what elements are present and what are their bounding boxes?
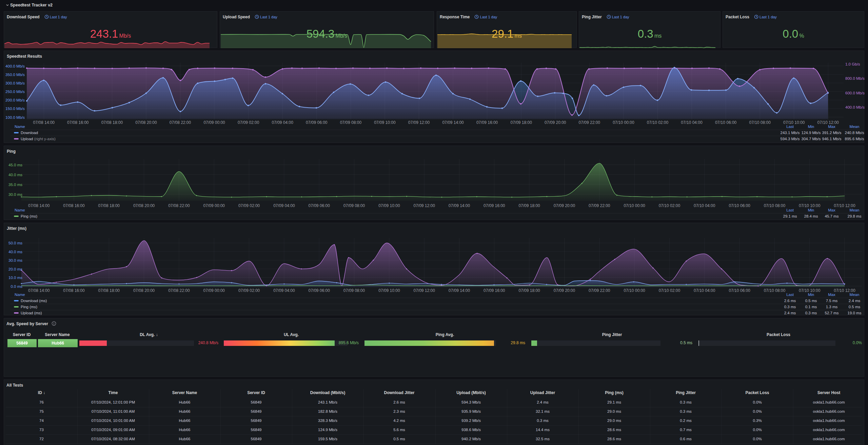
- svg-text:07/10 06:00: 07/10 06:00: [729, 288, 750, 293]
- svg-text:350.0 Mb/s: 350.0 Mb/s: [5, 73, 25, 77]
- svg-text:07/09 06:00: 07/09 06:00: [308, 288, 330, 293]
- svg-text:100.0 Mb/s: 100.0 Mb/s: [5, 115, 25, 119]
- svg-text:07/08 18:00: 07/08 18:00: [98, 203, 120, 208]
- svg-text:07/09 20:00: 07/09 20:00: [554, 288, 575, 293]
- svg-text:07/09 02:00: 07/09 02:00: [238, 203, 260, 208]
- svg-text:1.0 Gb/s: 1.0 Gb/s: [845, 62, 860, 66]
- svg-text:07/09 12:00: 07/09 12:00: [408, 120, 430, 125]
- svg-text:250.0 Mb/s: 250.0 Mb/s: [5, 90, 25, 94]
- svg-text:07/08 14:00: 07/08 14:00: [33, 120, 55, 125]
- svg-text:07/09 04:00: 07/09 04:00: [273, 288, 295, 293]
- svg-text:07/09 10:00: 07/09 10:00: [378, 203, 400, 208]
- svg-text:40.0 ms: 40.0 ms: [8, 250, 22, 254]
- svg-text:07/09 18:00: 07/09 18:00: [518, 203, 540, 208]
- svg-text:07/09 12:00: 07/09 12:00: [413, 203, 435, 208]
- svg-text:07/10 10:00: 07/10 10:00: [799, 203, 821, 208]
- svg-text:07/09 16:00: 07/09 16:00: [484, 203, 505, 208]
- svg-text:07/09 18:00: 07/09 18:00: [510, 120, 532, 125]
- svg-text:300.0 Mb/s: 300.0 Mb/s: [5, 81, 25, 85]
- svg-text:07/08 16:00: 07/08 16:00: [63, 203, 85, 208]
- svg-text:07/09 00:00: 07/09 00:00: [203, 203, 225, 208]
- svg-text:07/10 00:00: 07/10 00:00: [613, 120, 634, 125]
- svg-text:07/08 16:00: 07/08 16:00: [67, 120, 89, 125]
- svg-text:07/08 22:00: 07/08 22:00: [168, 288, 190, 293]
- svg-text:07/09 22:00: 07/09 22:00: [579, 120, 600, 125]
- svg-text:07/08 16:00: 07/08 16:00: [63, 288, 85, 293]
- svg-text:07/10 12:00: 07/10 12:00: [834, 203, 855, 208]
- svg-text:30.0 ms: 30.0 ms: [8, 258, 22, 262]
- svg-text:07/09 04:00: 07/09 04:00: [272, 120, 293, 125]
- svg-text:07/10 04:00: 07/10 04:00: [694, 288, 715, 293]
- svg-text:07/09 18:00: 07/09 18:00: [518, 288, 540, 293]
- svg-text:07/10 04:00: 07/10 04:00: [694, 203, 715, 208]
- svg-text:07/10 02:00: 07/10 02:00: [659, 203, 680, 208]
- svg-text:07/08 18:00: 07/08 18:00: [98, 288, 120, 293]
- svg-text:07/09 10:00: 07/09 10:00: [374, 120, 396, 125]
- svg-text:35.0 ms: 35.0 ms: [8, 183, 22, 187]
- svg-text:07/09 12:00: 07/09 12:00: [413, 288, 435, 293]
- svg-text:07/09 22:00: 07/09 22:00: [589, 203, 610, 208]
- svg-text:600.0 Mb/s: 600.0 Mb/s: [845, 91, 865, 95]
- svg-text:07/09 10:00: 07/09 10:00: [378, 288, 400, 293]
- svg-text:07/10 06:00: 07/10 06:00: [715, 120, 737, 125]
- svg-text:07/10 04:00: 07/10 04:00: [681, 120, 703, 125]
- svg-text:07/08 20:00: 07/08 20:00: [133, 203, 155, 208]
- svg-text:400.0 Mb/s: 400.0 Mb/s: [5, 64, 25, 68]
- svg-text:07/09 00:00: 07/09 00:00: [203, 288, 225, 293]
- svg-text:07/09 16:00: 07/09 16:00: [484, 288, 505, 293]
- svg-text:07/10 02:00: 07/10 02:00: [659, 288, 680, 293]
- svg-text:20.0 ms: 20.0 ms: [8, 267, 22, 271]
- svg-text:07/09 02:00: 07/09 02:00: [238, 120, 259, 125]
- svg-text:07/09 04:00: 07/09 04:00: [273, 203, 295, 208]
- svg-text:07/09 14:00: 07/09 14:00: [442, 120, 464, 125]
- svg-text:07/09 08:00: 07/09 08:00: [343, 203, 365, 208]
- svg-text:07/09 14:00: 07/09 14:00: [449, 203, 470, 208]
- svg-text:07/09 20:00: 07/09 20:00: [545, 120, 566, 125]
- svg-text:07/09 00:00: 07/09 00:00: [203, 120, 225, 125]
- svg-text:07/08 20:00: 07/08 20:00: [133, 288, 155, 293]
- svg-text:07/09 08:00: 07/09 08:00: [340, 120, 362, 125]
- svg-text:07/09 14:00: 07/09 14:00: [449, 288, 470, 293]
- svg-text:07/09 20:00: 07/09 20:00: [554, 203, 575, 208]
- svg-text:07/10 08:00: 07/10 08:00: [749, 120, 771, 125]
- svg-text:07/09 06:00: 07/09 06:00: [306, 120, 328, 125]
- svg-text:07/08 18:00: 07/08 18:00: [101, 120, 123, 125]
- svg-text:07/10 00:00: 07/10 00:00: [624, 288, 645, 293]
- svg-text:07/10 06:00: 07/10 06:00: [729, 203, 750, 208]
- svg-text:45.0 ms: 45.0 ms: [8, 163, 22, 167]
- svg-text:07/10 08:00: 07/10 08:00: [764, 203, 786, 208]
- svg-text:400.0 Mb/s: 400.0 Mb/s: [845, 105, 865, 109]
- svg-text:07/10 02:00: 07/10 02:00: [647, 120, 669, 125]
- svg-text:10.0 ms: 10.0 ms: [8, 276, 22, 280]
- svg-text:30.0 ms: 30.0 ms: [8, 192, 22, 197]
- svg-text:07/09 02:00: 07/09 02:00: [238, 288, 260, 293]
- svg-text:07/08 20:00: 07/08 20:00: [135, 120, 157, 125]
- svg-text:07/08 22:00: 07/08 22:00: [168, 203, 190, 208]
- svg-text:800.0 Mb/s: 800.0 Mb/s: [845, 76, 865, 80]
- svg-text:50.0 ms: 50.0 ms: [8, 241, 22, 245]
- svg-text:07/09 22:00: 07/09 22:00: [589, 288, 610, 293]
- svg-text:07/09 08:00: 07/09 08:00: [343, 288, 365, 293]
- svg-text:0.0 ms: 0.0 ms: [11, 284, 22, 289]
- svg-text:40.0 ms: 40.0 ms: [8, 173, 22, 177]
- svg-text:07/10 00:00: 07/10 00:00: [624, 203, 645, 208]
- svg-text:07/09 16:00: 07/09 16:00: [476, 120, 498, 125]
- svg-text:07/08 22:00: 07/08 22:00: [170, 120, 191, 125]
- svg-text:200.0 Mb/s: 200.0 Mb/s: [5, 98, 25, 102]
- svg-text:07/09 06:00: 07/09 06:00: [308, 203, 330, 208]
- svg-text:07/08 14:00: 07/08 14:00: [28, 288, 50, 293]
- svg-text:150.0 Mb/s: 150.0 Mb/s: [5, 107, 25, 111]
- svg-text:07/08 14:00: 07/08 14:00: [28, 203, 50, 208]
